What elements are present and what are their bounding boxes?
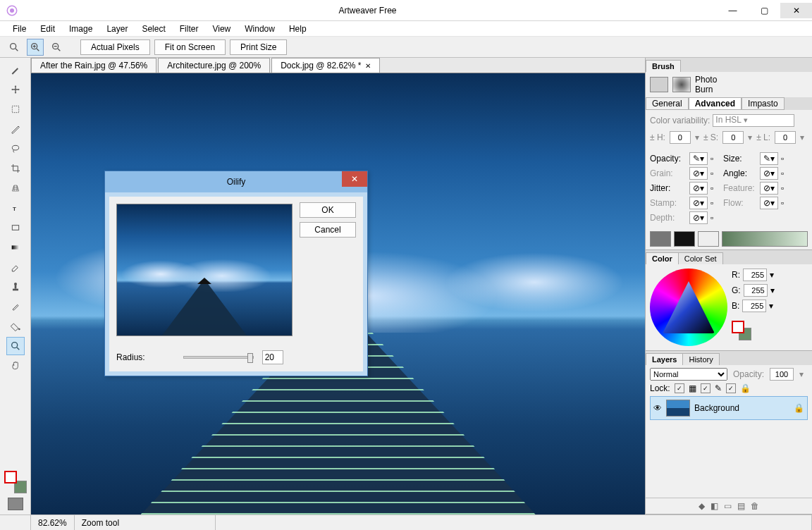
- texture-swatch[interactable]: [650, 231, 671, 247]
- menu-view[interactable]: View: [207, 23, 236, 35]
- menu-image[interactable]: Image: [63, 23, 98, 35]
- subtab-impasto[interactable]: Impasto: [742, 97, 785, 110]
- layer-action-icon[interactable]: ◧: [710, 501, 718, 511]
- stamp-expr-icon[interactable]: ⊘▾: [689, 197, 708, 209]
- expand-icon[interactable]: ▫: [710, 168, 720, 178]
- layer-action-icon[interactable]: ▭: [724, 501, 732, 511]
- fit-on-screen-button[interactable]: Fit on Screen: [154, 39, 226, 55]
- gradient-tool-icon[interactable]: [6, 238, 25, 257]
- subtab-general[interactable]: General: [646, 97, 689, 110]
- expand-icon[interactable]: ▫: [710, 154, 720, 164]
- lock-check-icon[interactable]: ✓: [701, 383, 710, 393]
- close-tab-icon[interactable]: ✕: [365, 62, 371, 70]
- canvas[interactable]: Oilify ✕ OK Cancel Radius:: [31, 73, 645, 514]
- flow-expr-icon[interactable]: ⊘▾: [760, 197, 778, 209]
- zoom-tool-icon[interactable]: [6, 337, 25, 355]
- zoom-out-icon[interactable]: [48, 39, 65, 56]
- expand-icon[interactable]: ▫: [710, 213, 720, 223]
- brush-tool-icon[interactable]: [6, 61, 25, 79]
- lasso-tool-icon[interactable]: [6, 140, 25, 158]
- brush-tip-icon[interactable]: [672, 77, 691, 92]
- opacity-expr-icon[interactable]: ✎▾: [689, 152, 708, 165]
- print-size-button[interactable]: Print Size: [230, 39, 287, 55]
- move-tool-icon[interactable]: [6, 80, 25, 99]
- cancel-button[interactable]: Cancel: [300, 222, 356, 238]
- pencil-tool-icon[interactable]: [6, 120, 25, 138]
- eraser-tool-icon[interactable]: [6, 258, 25, 276]
- lock-check-icon[interactable]: ✓: [726, 383, 736, 393]
- color-tab[interactable]: Color: [646, 252, 679, 264]
- fill-tool-icon[interactable]: [6, 317, 25, 335]
- blend-mode-select[interactable]: Normal: [650, 368, 727, 381]
- document-tab[interactable]: After the Rain.jpg @ 47.56%: [31, 58, 156, 73]
- blue-input[interactable]: [742, 300, 766, 312]
- radius-slider[interactable]: [183, 356, 254, 359]
- document-tab[interactable]: Architecture.jpg @ 200%: [158, 58, 270, 73]
- dialog-titlebar[interactable]: Oilify ✕: [105, 171, 367, 192]
- document-tab[interactable]: Dock.jpg @ 82.62% *✕: [271, 58, 380, 73]
- actual-pixels-button[interactable]: Actual Pixels: [80, 39, 150, 55]
- ok-button[interactable]: OK: [300, 202, 356, 218]
- grain-swatch[interactable]: [698, 231, 719, 247]
- red-input[interactable]: [743, 269, 767, 281]
- new-layer-icon[interactable]: ▤: [737, 501, 745, 511]
- color-wheel[interactable]: [650, 269, 727, 346]
- grain-expr-icon[interactable]: ⊘▾: [689, 167, 708, 180]
- hue-var-input[interactable]: [670, 131, 691, 144]
- menu-help[interactable]: Help: [283, 23, 312, 35]
- lum-var-input[interactable]: [775, 131, 796, 144]
- color-variability-select[interactable]: In HSL ▾: [713, 114, 794, 127]
- green-input[interactable]: [744, 284, 768, 297]
- gradient-swatch[interactable]: [722, 231, 808, 247]
- menu-edit[interactable]: Edit: [35, 23, 61, 35]
- perspective-tool-icon[interactable]: [6, 179, 25, 197]
- sat-var-input[interactable]: [722, 131, 744, 144]
- color-set-tab[interactable]: Color Set: [678, 252, 723, 264]
- menu-select[interactable]: Select: [136, 23, 171, 35]
- lock-check-icon[interactable]: ✓: [675, 383, 684, 393]
- delete-layer-icon[interactable]: 🗑: [751, 501, 759, 511]
- expand-icon[interactable]: ▫: [781, 168, 791, 178]
- layer-opacity-input[interactable]: [770, 368, 794, 381]
- visibility-eye-icon[interactable]: 👁: [653, 403, 662, 413]
- close-button[interactable]: ✕: [780, 3, 812, 18]
- depth-expr-icon[interactable]: ⊘▾: [689, 211, 708, 224]
- shape-tool-icon[interactable]: [6, 218, 25, 237]
- feature-expr-icon[interactable]: ⊘▾: [760, 182, 778, 195]
- color-swatches[interactable]: [4, 471, 27, 493]
- stamp-tool-icon[interactable]: [6, 278, 25, 296]
- angle-expr-icon[interactable]: ⊘▾: [760, 167, 778, 180]
- expand-icon[interactable]: ▫: [781, 154, 791, 164]
- maximize-button[interactable]: ▢: [749, 3, 780, 18]
- brush-tab[interactable]: Brush: [646, 60, 681, 72]
- texture-swatch-icon[interactable]: [8, 498, 23, 510]
- layer-action-icon[interactable]: ◆: [699, 501, 705, 511]
- eyedropper-tool-icon[interactable]: [6, 297, 25, 316]
- size-expr-icon[interactable]: ✎▾: [760, 152, 778, 165]
- history-tab[interactable]: History: [682, 353, 719, 365]
- text-tool-icon[interactable]: T: [6, 199, 25, 217]
- selection-tool-icon[interactable]: [6, 100, 25, 118]
- menu-layer[interactable]: Layer: [101, 23, 133, 35]
- hand-tool-icon[interactable]: [6, 357, 25, 375]
- zoom-in-icon[interactable]: [27, 39, 44, 56]
- expand-icon[interactable]: ▫: [781, 198, 791, 208]
- menu-filter[interactable]: Filter: [174, 23, 204, 35]
- menu-file[interactable]: File: [7, 23, 32, 35]
- dialog-close-button[interactable]: ✕: [342, 171, 367, 187]
- expand-icon[interactable]: ▫: [781, 183, 791, 193]
- jitter-expr-icon[interactable]: ⊘▾: [689, 182, 708, 195]
- menu-window[interactable]: Window: [239, 23, 281, 35]
- layers-tab[interactable]: Layers: [646, 353, 683, 365]
- zoom-icon[interactable]: [6, 39, 23, 56]
- brush-preview-icon[interactable]: [650, 77, 668, 92]
- color-swatch-pair[interactable]: [732, 321, 751, 340]
- minimize-button[interactable]: —: [717, 3, 749, 18]
- foreground-color-swatch[interactable]: [4, 471, 17, 483]
- expand-icon[interactable]: ▫: [710, 183, 720, 193]
- subtab-advanced[interactable]: Advanced: [689, 97, 742, 110]
- layer-row[interactable]: 👁 Background 🔒: [650, 396, 808, 420]
- crop-tool-icon[interactable]: [6, 159, 25, 178]
- radius-input[interactable]: [262, 350, 283, 364]
- expand-icon[interactable]: ▫: [710, 198, 720, 208]
